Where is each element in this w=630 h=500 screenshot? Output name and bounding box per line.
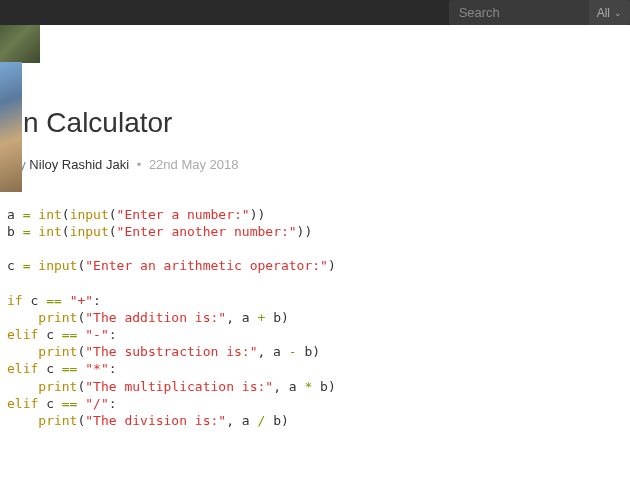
cover-banner xyxy=(0,25,40,63)
post-date: 22nd May 2018 xyxy=(149,157,239,172)
code-text: , a xyxy=(226,310,257,325)
avatar[interactable] xyxy=(0,62,22,192)
code-text: ( xyxy=(62,224,70,239)
search-filter-label: All xyxy=(597,6,610,20)
code-text: , a xyxy=(273,379,304,394)
code-text: c xyxy=(38,327,61,342)
code-block: a = int(input("Enter a number:")) b = in… xyxy=(7,206,630,429)
chevron-down-icon: ⌄ xyxy=(614,8,622,18)
code-text: c xyxy=(7,258,23,273)
code-op: == xyxy=(62,361,78,376)
code-builtin: print xyxy=(38,413,77,428)
code-op: == xyxy=(62,396,78,411)
code-builtin: print xyxy=(38,379,77,394)
code-op: == xyxy=(46,293,62,308)
code-text: c xyxy=(38,361,61,376)
code-string: "The substraction is:" xyxy=(85,344,257,359)
meta-separator: • xyxy=(137,157,142,172)
code-keyword: elif xyxy=(7,327,38,342)
code-text: c xyxy=(38,396,61,411)
code-text: b) xyxy=(265,413,288,428)
code-text: )) xyxy=(250,207,266,222)
code-text: ) xyxy=(328,258,336,273)
code-builtin: input xyxy=(38,258,77,273)
code-text: c xyxy=(23,293,46,308)
search-container: All ⌄ xyxy=(449,0,630,25)
code-text: ( xyxy=(62,207,70,222)
code-string: "*" xyxy=(85,361,108,376)
code-text: b) xyxy=(312,379,335,394)
code-text: : xyxy=(93,293,101,308)
code-text: )) xyxy=(297,224,313,239)
search-filter-dropdown[interactable]: All ⌄ xyxy=(589,0,630,25)
code-text: : xyxy=(109,361,117,376)
code-keyword: elif xyxy=(7,361,38,376)
code-text xyxy=(7,310,38,325)
code-op: - xyxy=(289,344,297,359)
code-text xyxy=(7,344,38,359)
code-op: == xyxy=(62,327,78,342)
code-builtin: int xyxy=(38,207,61,222)
code-string: "/" xyxy=(85,396,108,411)
post-meta: by Niloy Rashid Jaki • 22nd May 2018 xyxy=(12,157,630,172)
search-input[interactable] xyxy=(449,0,589,25)
code-text: , a xyxy=(257,344,288,359)
code-string: "The division is:" xyxy=(85,413,226,428)
code-text: b) xyxy=(265,310,288,325)
code-string: "+" xyxy=(70,293,93,308)
post-content: n Calculator by Niloy Rashid Jaki • 22nd… xyxy=(0,63,630,429)
top-bar: All ⌄ xyxy=(0,0,630,25)
code-text: b) xyxy=(297,344,320,359)
code-text xyxy=(62,293,70,308)
code-builtin: input xyxy=(70,224,109,239)
code-string: "-" xyxy=(85,327,108,342)
code-text: : xyxy=(109,327,117,342)
code-keyword: if xyxy=(7,293,23,308)
code-keyword: elif xyxy=(7,396,38,411)
code-text: b xyxy=(7,224,23,239)
code-string: "Enter an arithmetic operator:" xyxy=(85,258,328,273)
code-builtin: print xyxy=(38,310,77,325)
code-string: "The multiplication is:" xyxy=(85,379,273,394)
code-text: : xyxy=(109,396,117,411)
code-string: "The addition is:" xyxy=(85,310,226,325)
code-builtin: input xyxy=(70,207,109,222)
code-text xyxy=(7,379,38,394)
author-link[interactable]: Niloy Rashid Jaki xyxy=(29,157,129,172)
code-builtin: print xyxy=(38,344,77,359)
page-title: n Calculator xyxy=(23,107,630,139)
code-string: "Enter a number:" xyxy=(117,207,250,222)
code-builtin: int xyxy=(38,224,61,239)
code-text: ( xyxy=(109,224,117,239)
code-text: ( xyxy=(109,207,117,222)
code-text: a xyxy=(7,207,23,222)
code-string: "Enter another number:" xyxy=(117,224,297,239)
code-text xyxy=(7,413,38,428)
code-text: , a xyxy=(226,413,257,428)
